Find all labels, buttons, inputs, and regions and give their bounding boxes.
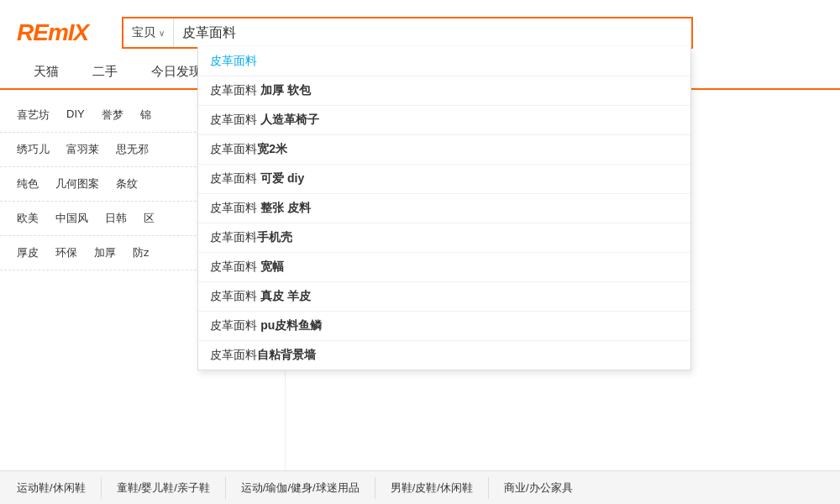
- dropdown-item-bold-9: pu皮料鱼鳞: [260, 318, 322, 332]
- search-category-selector[interactable]: 宝贝 ∨: [123, 18, 174, 47]
- category-item-2[interactable]: 运动/瑜伽/健身/球迷用品: [226, 477, 375, 499]
- dropdown-item-bold-2: 人造革椅子: [260, 113, 319, 126]
- dropdown-item-1[interactable]: 皮革面料 加厚 软包: [198, 76, 690, 106]
- category-item-1[interactable]: 童鞋/婴儿鞋/亲子鞋: [102, 477, 226, 499]
- sidebar-item-rihan[interactable]: 日韩: [105, 208, 127, 228]
- sidebar-item-xiyifang[interactable]: 喜艺坊: [17, 105, 50, 125]
- category-label: 宝贝: [132, 25, 155, 40]
- sidebar-item-siwuxie[interactable]: 思无邪: [116, 139, 149, 160]
- dropdown-item-normal-4: 皮革面料: [210, 171, 260, 185]
- logo: REmIX: [17, 19, 88, 46]
- sidebar-item-diy[interactable]: DIY: [66, 105, 85, 125]
- dropdown-item-8[interactable]: 皮革面料 真皮 羊皮: [198, 282, 690, 312]
- sidebar-item-jihe[interactable]: 几何图案: [55, 174, 99, 194]
- dropdown-item-10[interactable]: 皮革面料自粘背景墙: [198, 341, 690, 370]
- category-item-0[interactable]: 运动鞋/休闲鞋: [17, 477, 102, 499]
- sidebar-item-oumei[interactable]: 欧美: [17, 208, 39, 228]
- dropdown-item-bold-6: 手机壳: [257, 230, 292, 244]
- search-input[interactable]: [174, 18, 691, 47]
- dropdown-item-normal-10: 皮革面料: [210, 348, 257, 361]
- category-item-3[interactable]: 男鞋/皮鞋/休闲鞋: [375, 477, 489, 499]
- dropdown-item-bold-3: 宽2米: [257, 142, 287, 155]
- chevron-down-icon: ∨: [159, 29, 165, 38]
- dropdown-item-normal-5: 皮革面料: [210, 201, 260, 214]
- dropdown-item-normal-6: 皮革面料: [210, 230, 257, 244]
- sidebar-item-qu[interactable]: 区: [144, 208, 155, 228]
- sidebar-item-zhongguofeng[interactable]: 中国风: [55, 208, 88, 228]
- dropdown-item-normal-9: 皮革面料: [210, 318, 260, 332]
- dropdown-item-3[interactable]: 皮革面料宽2米: [198, 135, 690, 165]
- search-container: 宝贝 ∨ 皮革面料 皮革面料 加厚 软包 皮革面料 人造革椅子 皮革面料宽2米: [122, 17, 693, 49]
- tab-ershou[interactable]: 二手: [76, 57, 134, 88]
- sidebar-item-xiuqiaer[interactable]: 绣巧儿: [17, 139, 50, 160]
- sidebar-item-houpi[interactable]: 厚皮: [17, 243, 39, 263]
- dropdown-item-normal-3: 皮革面料: [210, 142, 257, 155]
- sidebar-item-tiaowen[interactable]: 条纹: [116, 174, 138, 194]
- sidebar-item-fuyulai[interactable]: 富羽莱: [66, 139, 99, 160]
- sidebar-item-chun[interactable]: 纯色: [17, 174, 39, 194]
- header: REmIX 宝贝 ∨ 皮革面料 皮革面料 加厚 软包 皮革面料 人造革椅子 皮革: [0, 0, 840, 90]
- sidebar-item-fangz[interactable]: 防z: [133, 243, 150, 263]
- dropdown-item-normal-7: 皮革面料: [210, 260, 260, 273]
- dropdown-item-bold-10: 自粘背景墙: [257, 348, 316, 361]
- dropdown-item-6[interactable]: 皮革面料手机壳: [198, 223, 690, 253]
- dropdown-item-bold-8: 真皮 羊皮: [260, 289, 311, 302]
- logo-search-row: REmIX 宝贝 ∨ 皮革面料 皮革面料 加厚 软包 皮革面料 人造革椅子 皮革: [0, 8, 840, 57]
- dropdown-item-9[interactable]: 皮革面料 pu皮料鱼鳞: [198, 312, 690, 341]
- dropdown-item-bold-1: 加厚 软包: [260, 83, 311, 97]
- dropdown-item-text-0: 皮革面料: [210, 54, 257, 67]
- dropdown-item-bold-7: 宽幅: [260, 260, 284, 273]
- dropdown-item-bold-4: 可爱 diy: [260, 171, 304, 185]
- sidebar-item-huanbao[interactable]: 环保: [55, 243, 77, 263]
- sidebar-item-jiahou[interactable]: 加厚: [94, 243, 116, 263]
- search-dropdown: 皮革面料 皮革面料 加厚 软包 皮革面料 人造革椅子 皮革面料宽2米 皮革面料 …: [197, 47, 691, 370]
- dropdown-item-5[interactable]: 皮革面料 整张 皮料: [198, 194, 690, 223]
- category-bar: 运动鞋/休闲鞋 童鞋/婴儿鞋/亲子鞋 运动/瑜伽/健身/球迷用品 男鞋/皮鞋/休…: [0, 470, 840, 504]
- dropdown-item-bold-5: 整张 皮料: [260, 201, 311, 214]
- category-item-4[interactable]: 商业/办公家具: [489, 477, 588, 499]
- dropdown-item-2[interactable]: 皮革面料 人造革椅子: [198, 106, 690, 135]
- sidebar-item-yumeng[interactable]: 誉梦: [102, 105, 123, 125]
- dropdown-item-normal-8: 皮革面料: [210, 289, 260, 302]
- tab-tianmao[interactable]: 天猫: [17, 57, 76, 88]
- dropdown-item-7[interactable]: 皮革面料 宽幅: [198, 253, 690, 282]
- dropdown-item-normal-1: 皮革面料: [210, 83, 260, 97]
- dropdown-item-4[interactable]: 皮革面料 可爱 diy: [198, 165, 690, 194]
- dropdown-item-normal-2: 皮革面料: [210, 113, 260, 126]
- dropdown-item-0[interactable]: 皮革面料: [198, 47, 690, 76]
- sidebar-item-jin[interactable]: 锦: [140, 105, 151, 125]
